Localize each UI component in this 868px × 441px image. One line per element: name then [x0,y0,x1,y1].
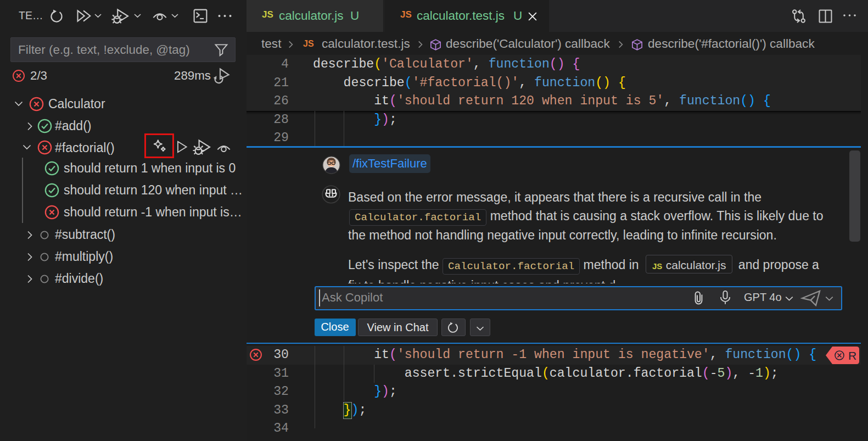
svg-text:R: R [848,349,856,362]
